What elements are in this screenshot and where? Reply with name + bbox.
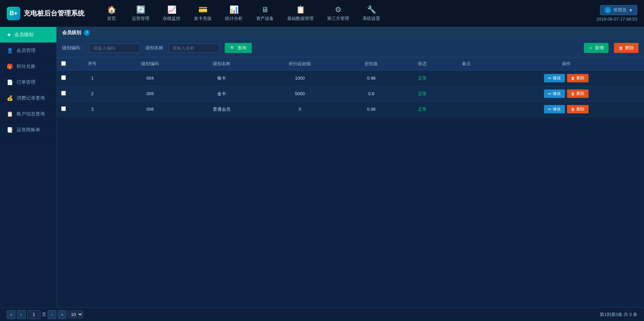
cell-remark-2 <box>444 102 489 117</box>
row-checkbox-1[interactable] <box>61 91 66 96</box>
nav-item-card[interactable]: 💳 发卡充值 <box>187 3 218 24</box>
edit-button-0[interactable]: ✏ 修改 <box>544 74 565 82</box>
cell-action-2: ✏ 修改 🗑 删除 <box>489 102 644 117</box>
row-checkbox-cell[interactable] <box>57 86 70 102</box>
add-button[interactable]: ＋ 新增 <box>584 43 609 53</box>
sidebar-label-member-mgmt: 会员管理 <box>17 48 35 54</box>
search-btn-label: 查询 <box>238 45 246 51</box>
batch-delete-button[interactable]: 🗑 删除 <box>614 43 639 53</box>
nav-item-assets[interactable]: 🖥 资产设备 <box>249 3 280 24</box>
page-header: 会员级别 ? <box>57 27 644 39</box>
nav-item-stats[interactable]: 📊 统计分析 <box>218 3 249 24</box>
nav-label-assets: 资产设备 <box>256 16 274 22</box>
select-all-checkbox[interactable] <box>61 61 66 66</box>
sidebar-item-orders[interactable]: 📄 订单管理 <box>0 75 56 90</box>
add-btn-label: 新增 <box>595 45 604 51</box>
table-row: 3 006 普通会员 0 0.98 正常 ✏ 修改 🗑 删除 <box>57 102 644 117</box>
nav-item-monitor[interactable]: 📈 在线监控 <box>156 3 187 24</box>
name-input[interactable] <box>169 44 219 53</box>
consume-icon: 💰 <box>7 95 13 101</box>
app-title: 充电桩后台管理系统 <box>24 9 84 18</box>
sidebar: ★ 会员级别 👤 会员管理 🎁 积分兑换 📄 订单管理 💰 消费记录查询 📋 账… <box>0 27 57 321</box>
cell-remark-0 <box>444 71 489 86</box>
cell-discount-1: 0.8 <box>342 86 400 102</box>
cell-discount-2: 0.98 <box>342 102 400 117</box>
help-icon[interactable]: ? <box>84 30 90 36</box>
sidebar-label-member-level: 会员级别 <box>15 32 33 38</box>
trash-icon: 🗑 <box>619 46 623 51</box>
sidebar-item-bills[interactable]: 📑 运营商账单 <box>0 122 56 138</box>
main-nav: 🏠 首页 🔄 运营管理 📈 在线监控 💳 发卡充值 📊 统计分析 🖥 资产设备 … <box>98 3 596 24</box>
header: B+ 充电桩后台管理系统 🏠 首页 🔄 运营管理 📈 在线监控 💳 发卡充值 📊… <box>0 0 644 27</box>
nav-item-third[interactable]: ⚙ 第三方管理 <box>320 3 356 24</box>
sidebar-item-member-level[interactable]: ★ 会员级别 <box>0 27 56 43</box>
operations-icon: 🔄 <box>136 5 145 14</box>
edit-button-2[interactable]: ✏ 修改 <box>544 105 565 113</box>
pagination-controls: « ‹ 页 › » 10 20 50 <box>57 310 83 319</box>
table-header-row: 序号 级别编码 级别名称 积分起始值 折扣值 状态 备注 操作 <box>57 57 644 71</box>
sidebar-item-points[interactable]: 🎁 积分兑换 <box>0 59 56 75</box>
edit-button-1[interactable]: ✏ 修改 <box>544 89 565 98</box>
datetime-display: 2018-06-07 17:48:53 <box>596 17 637 22</box>
nav-label-monitor: 在线监控 <box>163 16 180 22</box>
delete-button-1[interactable]: 🗑 删除 <box>567 89 589 98</box>
code-label: 级别编码： <box>62 45 84 51</box>
cell-seq-1: 2 <box>70 86 115 102</box>
col-points: 积分起始值 <box>257 57 343 71</box>
row-checkbox-cell[interactable] <box>57 71 70 86</box>
row-checkbox-0[interactable] <box>61 75 66 80</box>
delete-button-0[interactable]: 🗑 删除 <box>567 74 589 82</box>
row-checkbox-cell[interactable] <box>57 102 70 117</box>
cell-discount-0: 0.98 <box>342 71 400 86</box>
main-layout: ★ 会员级别 👤 会员管理 🎁 积分兑换 📄 订单管理 💰 消费记录查询 📋 账… <box>0 27 644 321</box>
header-right: 人 管理员 ▼ 2018-06-07 17:48:53 <box>596 5 637 22</box>
delete-icon-1: 🗑 <box>571 91 575 96</box>
cell-code-1: 005 <box>115 86 186 102</box>
header-checkbox-cell[interactable] <box>57 57 70 71</box>
page-size-select[interactable]: 10 20 50 <box>68 311 83 318</box>
nav-item-basic[interactable]: 📋 基础数据管理 <box>280 3 320 24</box>
col-discount: 折扣值 <box>342 57 400 71</box>
col-remark: 备注 <box>444 57 489 71</box>
member-mgmt-icon: 👤 <box>7 48 13 54</box>
user-avatar-icon: 人 <box>604 7 611 14</box>
user-button[interactable]: 人 管理员 ▼ <box>600 5 637 15</box>
main-content: 会员级别 ? 级别编码： 级别名称 🔍 查询 ＋ 新增 🗑 删除 <box>57 27 644 321</box>
assets-icon: 🖥 <box>261 5 269 14</box>
account-icon: 📋 <box>7 111 13 117</box>
code-input[interactable] <box>90 44 140 53</box>
cell-name-1: 金卡 <box>186 86 257 102</box>
member-level-table: 序号 级别编码 级别名称 积分起始值 折扣值 状态 备注 操作 1 004 <box>57 57 644 117</box>
col-seq: 序号 <box>70 57 115 71</box>
name-label: 级别名称 <box>146 45 163 51</box>
search-toolbar: 级别编码： 级别名称 🔍 查询 ＋ 新增 🗑 删除 <box>57 39 644 57</box>
col-action: 操作 <box>489 57 644 71</box>
cell-name-0: 银卡 <box>186 71 257 86</box>
cell-status-1: 正常 <box>400 86 444 102</box>
sidebar-item-consume[interactable]: 💰 消费记录查询 <box>0 90 56 106</box>
nav-item-system[interactable]: 🔧 系统设置 <box>356 3 387 24</box>
logo-icon: B+ <box>7 7 20 20</box>
cell-points-0: 1000 <box>257 71 343 86</box>
last-page-button[interactable]: » <box>58 310 67 319</box>
nav-item-home[interactable]: 🏠 首页 <box>98 3 125 24</box>
cell-status-2: 正常 <box>400 102 444 117</box>
sidebar-item-account[interactable]: 📋 账户信息查询 <box>0 106 56 122</box>
sidebar-label-bills: 运营商账单 <box>17 127 40 133</box>
table-row: 1 004 银卡 1000 0.98 正常 ✏ 修改 🗑 删除 <box>57 71 644 86</box>
cell-points-1: 5000 <box>257 86 343 102</box>
cell-action-0: ✏ 修改 🗑 删除 <box>489 71 644 86</box>
cell-status-0: 正常 <box>400 71 444 86</box>
delete-button-2[interactable]: 🗑 删除 <box>567 105 589 113</box>
dropdown-icon: ▼ <box>628 8 633 13</box>
search-button[interactable]: 🔍 查询 <box>225 43 252 53</box>
row-checkbox-2[interactable] <box>61 106 66 111</box>
page-title: 会员级别 <box>62 30 81 36</box>
sidebar-item-member-mgmt[interactable]: 👤 会员管理 <box>0 43 56 59</box>
nav-label-basic: 基础数据管理 <box>287 16 314 22</box>
nav-item-operations[interactable]: 🔄 运营管理 <box>125 3 156 24</box>
table-row: 2 005 金卡 5000 0.8 正常 ✏ 修改 🗑 删除 <box>57 86 644 102</box>
cell-action-1: ✏ 修改 🗑 删除 <box>489 86 644 102</box>
cell-seq-0: 1 <box>70 71 115 86</box>
edit-icon-1: ✏ <box>548 91 551 96</box>
